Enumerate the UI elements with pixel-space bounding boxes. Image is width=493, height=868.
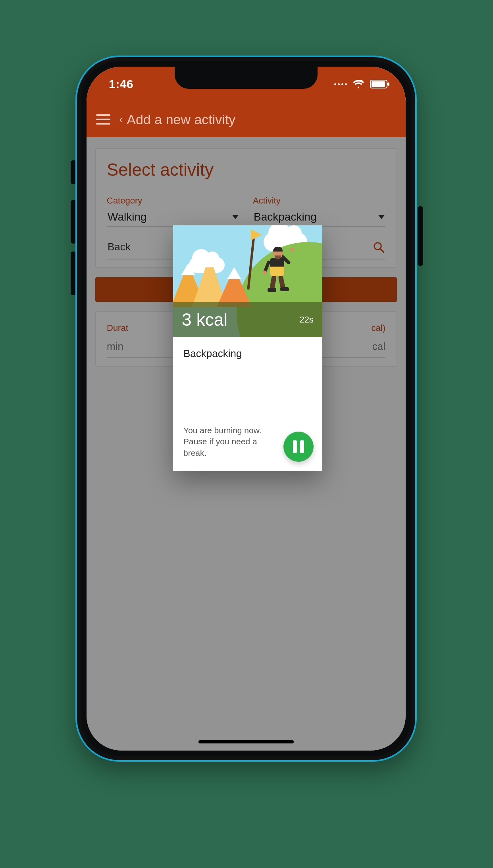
phone-side-button <box>418 206 423 266</box>
status-icons <box>334 80 387 88</box>
modal-body: Backpacking You are burning now. Pause i… <box>173 337 322 471</box>
screen: 1:46 ‹ Add a new activity <box>87 67 406 751</box>
pause-icon <box>293 440 304 453</box>
phone-frame: 1:46 ‹ Add a new activity <box>75 56 417 762</box>
pause-button[interactable] <box>283 432 314 462</box>
status-time: 1:46 <box>109 77 133 91</box>
snowcap-icon <box>181 263 195 275</box>
back-button[interactable]: ‹ Add a new activity <box>119 112 235 127</box>
snowcap-icon <box>227 267 241 279</box>
app-header: ‹ Add a new activity <box>87 102 406 137</box>
kcal-band: 3 kcal 22s <box>173 302 322 337</box>
header-title: Add a new activity <box>127 112 235 127</box>
modal-activity-name: Backpacking <box>183 348 312 360</box>
kcal-value: 3 kcal <box>182 310 227 330</box>
modal-hint-text: You are burning now. Pause if you need a… <box>183 425 275 459</box>
hiker-icon <box>260 247 294 293</box>
battery-icon <box>370 80 387 88</box>
snowcap-icon <box>202 255 217 267</box>
device-notch <box>175 67 318 89</box>
elapsed-time: 22s <box>300 315 314 325</box>
flag-icon <box>251 229 262 240</box>
wifi-icon <box>352 80 364 88</box>
menu-icon[interactable] <box>96 114 110 125</box>
activity-modal: 3 kcal 22s Backpacking You are burning n… <box>173 225 322 471</box>
chevron-left-icon: ‹ <box>119 113 123 126</box>
home-indicator[interactable] <box>198 740 294 743</box>
modal-illustration: 3 kcal 22s <box>173 225 322 337</box>
cellular-dots-icon <box>334 83 347 85</box>
